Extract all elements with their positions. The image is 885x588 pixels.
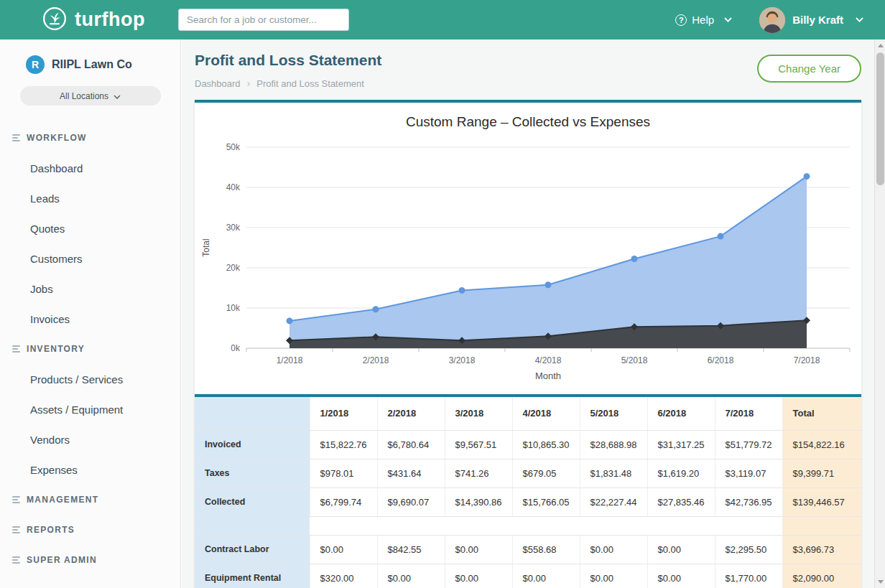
- svg-text:1/2018: 1/2018: [277, 355, 303, 365]
- scroll-up-icon[interactable]: [878, 44, 884, 47]
- cell-value: $679.05: [512, 459, 580, 487]
- sidebar-item-expenses[interactable]: Expenses: [0, 454, 180, 485]
- nav-section-reports[interactable]: REPORTS: [0, 515, 180, 545]
- chart-card: Custom Range – Collected vs Expenses0k10…: [195, 100, 861, 394]
- table-row: Equipment Rental$320.00$0.00$0.00$0.00$0…: [195, 564, 861, 588]
- section-handle-icon: [12, 526, 20, 533]
- company-badge: R: [26, 55, 45, 74]
- svg-text:50k: 50k: [226, 142, 241, 152]
- scroll-down-icon[interactable]: [878, 580, 884, 584]
- cell-value: $842.55: [377, 535, 445, 564]
- sidebar-nav: WORKFLOWDashboardLeadsQuotesCustomersJob…: [0, 123, 180, 575]
- cell-value: $15,822.76: [310, 430, 377, 459]
- sidebar-item-assets-equipment[interactable]: Assets / Equipment: [0, 394, 180, 424]
- spacer-row: [195, 516, 861, 535]
- cell-value: $0.00: [580, 564, 647, 588]
- nav-section-label: REPORTS: [27, 525, 75, 535]
- svg-text:10k: 10k: [226, 303, 241, 313]
- topbar: turfhop ? Help Billy Kraft: [0, 0, 885, 39]
- sidebar-item-dashboard[interactable]: Dashboard: [0, 153, 180, 183]
- locations-dropdown[interactable]: All Locations: [20, 86, 161, 106]
- svg-text:3/2018: 3/2018: [449, 355, 476, 365]
- company-name: RIIPL Lawn Co: [52, 58, 132, 71]
- nav-section-management[interactable]: MANAGEMENT: [0, 485, 180, 515]
- breadcrumb-current: Profit and Loss Statement: [256, 78, 364, 89]
- sidebar-item-jobs[interactable]: Jobs: [0, 274, 180, 304]
- sidebar-item-invoices[interactable]: Invoices: [0, 304, 180, 334]
- search-input[interactable]: [178, 9, 349, 31]
- cell-value: $0.00: [445, 564, 512, 588]
- vertical-scrollbar[interactable]: [874, 39, 885, 588]
- cell-value: $2,295.50: [715, 535, 782, 564]
- svg-text:5/2018: 5/2018: [621, 355, 648, 365]
- page-header: Profit and Loss Statement Dashboard › Pr…: [195, 39, 861, 89]
- svg-text:Month: Month: [535, 370, 561, 381]
- total-column-header: Total: [782, 397, 861, 430]
- cell-value: $0.00: [647, 535, 715, 564]
- table-row: Invoiced$15,822.76$6,780.64$9,567.51$10,…: [195, 430, 861, 459]
- cell-value: $51,779.72: [715, 430, 782, 459]
- nav-section-super-admin[interactable]: SUPER ADMIN: [0, 545, 180, 575]
- svg-text:40k: 40k: [226, 182, 241, 192]
- locations-label: All Locations: [60, 91, 108, 101]
- cell-value: $0.00: [512, 564, 580, 588]
- scrollbar-thumb[interactable]: [876, 52, 884, 185]
- cell-value: $978.01: [310, 459, 377, 487]
- user-menu[interactable]: Billy Kraft: [759, 7, 863, 33]
- month-column-header: 4/2018: [512, 397, 580, 430]
- topbar-right: ? Help Billy Kraft: [675, 7, 863, 33]
- cell-value: $14,390.86: [445, 487, 512, 516]
- svg-text:30k: 30k: [226, 223, 241, 233]
- cell-value: $1,831.48: [580, 459, 647, 487]
- chevron-down-icon: [113, 91, 121, 101]
- cell-value: $1,770.00: [715, 564, 782, 588]
- row-total: $2,090.00: [782, 564, 861, 588]
- avatar: [759, 7, 785, 33]
- spacer-cell: [310, 516, 782, 535]
- table-header-row: 1/20182/20183/20184/20185/20186/20187/20…: [195, 397, 861, 430]
- sidebar-item-leads[interactable]: Leads: [0, 183, 180, 213]
- nav-section-workflow[interactable]: WORKFLOW: [0, 123, 180, 153]
- svg-text:Custom Range – Collected vs Ex: Custom Range – Collected vs Expenses: [406, 114, 650, 129]
- nav-section-label: INVENTORY: [27, 344, 85, 354]
- cell-value: $1,619.20: [647, 459, 715, 487]
- cell-value: $741.26: [445, 459, 512, 487]
- sidebar-item-products-services[interactable]: Products / Services: [0, 364, 180, 394]
- brand-logo[interactable]: turfhop: [42, 6, 145, 34]
- change-year-button[interactable]: Change Year: [757, 55, 861, 83]
- cell-value: $6,799.74: [310, 487, 377, 516]
- nav-section-inventory[interactable]: INVENTORY: [0, 334, 180, 364]
- svg-text:2/2018: 2/2018: [363, 355, 389, 365]
- sidebar-item-quotes[interactable]: Quotes: [0, 213, 180, 243]
- breadcrumb-dashboard[interactable]: Dashboard: [195, 78, 241, 89]
- cell-value: $558.68: [512, 535, 580, 564]
- spacer-label-cell: [195, 516, 310, 535]
- section-handle-icon: [12, 556, 20, 564]
- month-column-header: 5/2018: [580, 397, 647, 430]
- cell-value: $0.00: [445, 535, 512, 564]
- sidebar-item-customers[interactable]: Customers: [0, 243, 180, 274]
- cell-value: $22,227.44: [580, 487, 647, 516]
- table-card: 1/20182/20183/20184/20185/20186/20187/20…: [195, 394, 861, 588]
- svg-text:0k: 0k: [231, 343, 241, 353]
- cell-value: $0.00: [647, 564, 715, 588]
- cell-value: $9,567.51: [445, 430, 512, 459]
- month-column-header: 1/2018: [310, 397, 377, 430]
- chevron-down-icon: [724, 17, 732, 22]
- table-row: Collected$6,799.74$9,690.07$14,390.86$15…: [195, 487, 861, 516]
- breadcrumb-separator-icon: ›: [247, 78, 251, 89]
- spacer-total-cell: [782, 516, 861, 535]
- cell-value: $3,119.07: [715, 459, 782, 487]
- help-menu[interactable]: ? Help: [675, 14, 732, 26]
- svg-text:20k: 20k: [226, 263, 241, 273]
- company-selector[interactable]: R RIIPL Lawn Co: [0, 39, 180, 74]
- cell-value: $10,865.30: [512, 430, 580, 459]
- brand-name: turfhop: [75, 9, 145, 31]
- row-total: $3,696.73: [782, 535, 861, 564]
- month-column-header: 6/2018: [647, 397, 715, 430]
- table-row: Contract Labor$0.00$842.55$0.00$558.68$0…: [195, 535, 861, 564]
- row-label: Contract Labor: [195, 535, 310, 564]
- sidebar-item-vendors[interactable]: Vendors: [0, 424, 180, 454]
- section-handle-icon: [12, 134, 20, 141]
- cell-value: $31,317.25: [647, 430, 715, 459]
